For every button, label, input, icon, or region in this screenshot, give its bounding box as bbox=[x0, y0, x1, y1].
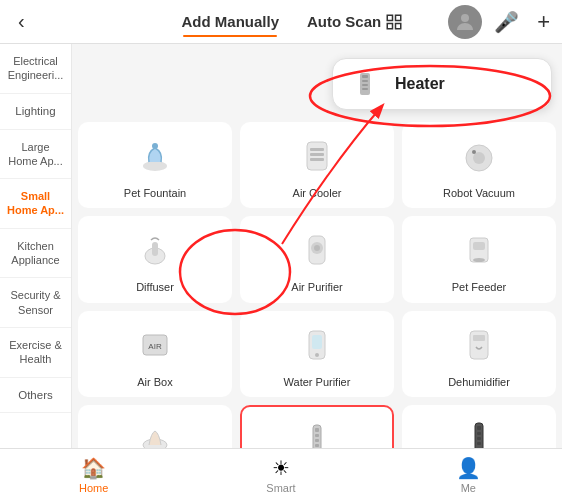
dehumidifier-label: Dehumidifier bbox=[448, 375, 510, 389]
water-purifier-label: Water Purifier bbox=[284, 375, 351, 389]
svg-point-10 bbox=[143, 161, 167, 171]
smart-label: Smart bbox=[266, 482, 295, 494]
device-air-cooler[interactable]: Air Cooler bbox=[240, 122, 394, 208]
svg-rect-8 bbox=[362, 84, 368, 86]
pet-feeder-icon bbox=[455, 226, 503, 274]
sleep-lamp-icon bbox=[131, 415, 179, 448]
top-bar: ‹ Add Manually Auto Scan 🎤 + bbox=[0, 0, 562, 44]
svg-point-26 bbox=[473, 258, 485, 262]
svg-rect-38 bbox=[315, 439, 319, 442]
device-grid: Pet Fountain Air Cooler Robot Vacuum bbox=[78, 122, 556, 448]
svg-rect-45 bbox=[477, 442, 481, 445]
svg-point-31 bbox=[315, 353, 319, 357]
svg-rect-6 bbox=[362, 75, 368, 78]
svg-text:AIR: AIR bbox=[148, 342, 162, 351]
add-icon[interactable]: + bbox=[533, 7, 554, 37]
smart-icon: ☀ bbox=[272, 456, 290, 480]
svg-point-18 bbox=[472, 150, 476, 154]
heater-result-icon bbox=[349, 68, 381, 100]
heater-result-box[interactable]: Heater bbox=[332, 58, 552, 110]
nav-smart[interactable]: ☀ Smart bbox=[187, 449, 374, 500]
me-icon: 👤 bbox=[456, 456, 481, 480]
svg-rect-43 bbox=[477, 432, 481, 435]
svg-rect-37 bbox=[315, 434, 319, 437]
avatar[interactable] bbox=[448, 5, 482, 39]
back-button[interactable]: ‹ bbox=[10, 6, 33, 37]
dehumidifier-icon bbox=[455, 321, 503, 369]
nav-home[interactable]: 🏠 Home bbox=[0, 449, 187, 500]
water-purifier-icon bbox=[293, 321, 341, 369]
device-air-purifier[interactable]: Air Purifier bbox=[240, 216, 394, 302]
svg-rect-7 bbox=[362, 80, 368, 82]
air-cooler-icon bbox=[293, 132, 341, 180]
device-robot-vacuum[interactable]: Robot Vacuum bbox=[402, 122, 556, 208]
svg-rect-20 bbox=[152, 242, 158, 256]
heater-bt-icon bbox=[455, 415, 503, 448]
svg-rect-0 bbox=[387, 15, 392, 20]
device-heater[interactable]: Heater bbox=[240, 405, 394, 448]
sidebar-item-small-home[interactable]: SmallHome Ap... bbox=[0, 179, 71, 229]
robot-vacuum-icon bbox=[455, 132, 503, 180]
heater-icon bbox=[293, 417, 341, 448]
home-icon: 🏠 bbox=[81, 456, 106, 480]
svg-point-4 bbox=[461, 14, 469, 22]
sidebar-item-others[interactable]: Others bbox=[0, 378, 71, 414]
svg-rect-39 bbox=[315, 444, 319, 447]
scan-icon bbox=[385, 13, 403, 31]
top-icons: 🎤 + bbox=[490, 7, 554, 37]
tab-add-manually[interactable]: Add Manually bbox=[171, 9, 289, 35]
svg-point-11 bbox=[152, 143, 158, 149]
content-area: Heater Pet Fountain Air Cooler bbox=[72, 44, 562, 448]
svg-rect-44 bbox=[477, 437, 481, 440]
air-purifier-label: Air Purifier bbox=[291, 280, 342, 294]
sidebar: ElectricalEngineeri... Lighting LargeHom… bbox=[0, 44, 72, 448]
diffuser-icon bbox=[131, 226, 179, 274]
main-layout: ElectricalEngineeri... Lighting LargeHom… bbox=[0, 44, 562, 448]
sidebar-item-lighting[interactable]: Lighting bbox=[0, 94, 71, 130]
home-label: Home bbox=[79, 482, 108, 494]
heater-result-label: Heater bbox=[395, 75, 445, 93]
sidebar-item-large-home[interactable]: LargeHome Ap... bbox=[0, 130, 71, 180]
svg-rect-2 bbox=[387, 23, 392, 28]
air-purifier-icon bbox=[293, 226, 341, 274]
svg-rect-14 bbox=[310, 153, 324, 156]
svg-rect-25 bbox=[473, 242, 485, 250]
svg-rect-9 bbox=[362, 88, 368, 90]
svg-rect-13 bbox=[310, 148, 324, 151]
me-label: Me bbox=[461, 482, 476, 494]
device-water-purifier[interactable]: Water Purifier bbox=[240, 311, 394, 397]
tab-auto-scan[interactable]: Auto Scan bbox=[297, 9, 413, 35]
device-air-box[interactable]: AIR Air Box bbox=[78, 311, 232, 397]
device-pet-feeder[interactable]: Pet Feeder bbox=[402, 216, 556, 302]
diffuser-label: Diffuser bbox=[136, 280, 174, 294]
sidebar-item-kitchen[interactable]: KitchenAppliance bbox=[0, 229, 71, 279]
device-diffuser[interactable]: Diffuser bbox=[78, 216, 232, 302]
robot-vacuum-label: Robot Vacuum bbox=[443, 186, 515, 200]
svg-point-23 bbox=[314, 245, 320, 251]
device-sleep-lamp[interactable]: Sleep Lamp bbox=[78, 405, 232, 448]
mic-icon[interactable]: 🎤 bbox=[490, 8, 523, 36]
bottom-nav: 🏠 Home ☀ Smart 👤 Me bbox=[0, 448, 562, 500]
air-box-label: Air Box bbox=[137, 375, 172, 389]
svg-rect-3 bbox=[396, 23, 401, 28]
sidebar-item-security[interactable]: Security &Sensor bbox=[0, 278, 71, 328]
air-box-icon: AIR bbox=[131, 321, 179, 369]
pet-fountain-label: Pet Fountain bbox=[124, 186, 186, 200]
pet-fountain-icon bbox=[131, 132, 179, 180]
svg-rect-33 bbox=[473, 335, 485, 341]
nav-me[interactable]: 👤 Me bbox=[375, 449, 562, 500]
sidebar-item-electrical[interactable]: ElectricalEngineeri... bbox=[0, 44, 71, 94]
svg-rect-30 bbox=[312, 335, 322, 349]
air-cooler-label: Air Cooler bbox=[293, 186, 342, 200]
device-heater-bt[interactable]: Heater (Bluetooth) bbox=[402, 405, 556, 448]
svg-rect-15 bbox=[310, 158, 324, 161]
pet-feeder-label: Pet Feeder bbox=[452, 280, 506, 294]
svg-rect-1 bbox=[396, 15, 401, 20]
device-pet-fountain[interactable]: Pet Fountain bbox=[78, 122, 232, 208]
sidebar-item-exercise[interactable]: Exercise &Health bbox=[0, 328, 71, 378]
svg-rect-42 bbox=[477, 426, 481, 430]
device-dehumidifier[interactable]: Dehumidifier bbox=[402, 311, 556, 397]
svg-rect-36 bbox=[315, 428, 319, 432]
